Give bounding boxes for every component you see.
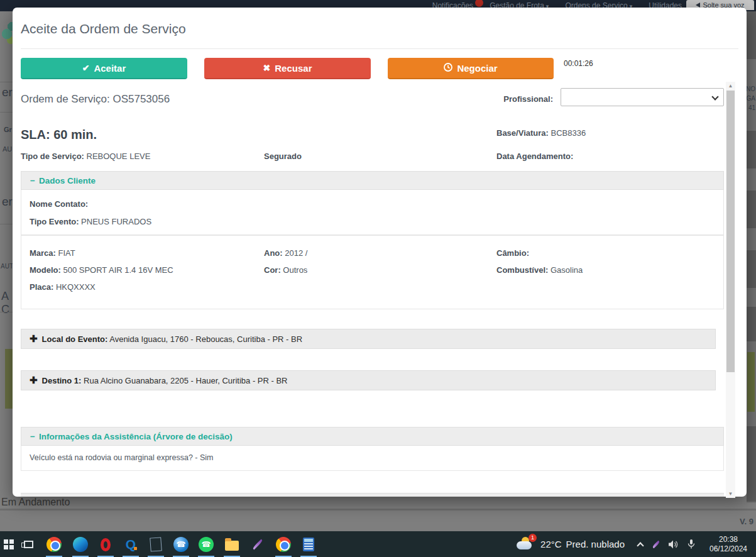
bg-text-fragment: er — [2, 195, 13, 209]
start-button[interactable] — [1, 536, 17, 553]
accept-button-label: Aceitar — [94, 63, 126, 74]
windows-logo-icon — [4, 539, 14, 549]
bg-status-em-andamento: Em Andamento — [1, 497, 70, 508]
client-data-panel-header[interactable]: − Dados Cliente — [21, 171, 724, 190]
expand-plus-icon: ✚ — [30, 333, 38, 345]
task-view-button[interactable] — [20, 536, 36, 553]
collapse-minus-icon: − — [30, 432, 35, 441]
notification-badge — [475, 0, 483, 7]
client-data-header-label: Dados Cliente — [39, 176, 96, 185]
professional-select[interactable] — [561, 88, 724, 106]
event-location-bar[interactable]: ✚ Local do Evento: Avenida Iguacu, 1760 … — [21, 329, 716, 349]
bg-green-button — [5, 349, 13, 409]
scrollbar-thumb[interactable] — [726, 91, 735, 372]
color-line: Cor: Outros — [264, 265, 307, 275]
cloud-icon — [517, 541, 532, 549]
gearbox-line: Câmbio: — [496, 248, 529, 258]
model-line: Modelo: 500 SPORT AIR 1.4 16V MEC — [30, 265, 173, 275]
modal-scrollbar[interactable]: ▲ ▼ — [726, 82, 735, 498]
weather-widget[interactable]: 1 — [515, 536, 535, 553]
tray-time: 20:38 — [706, 535, 751, 544]
company-logo — [1, 19, 13, 45]
base-viatura-line: Base/Viatura: BCB8336 — [496, 128, 586, 138]
app-version-label: V. 9 — [740, 517, 753, 526]
scroll-up-arrow-icon[interactable]: ▲ — [726, 82, 735, 90]
phone-app-icon: ☎ — [173, 537, 189, 552]
tray-date: 06/12/2024 — [706, 544, 751, 554]
calculator-taskbar-button[interactable] — [300, 536, 317, 553]
client-data-panel-body — [21, 190, 724, 235]
background-right-strip: NO GA 41 — [747, 11, 756, 503]
check-icon: ✔ — [82, 63, 90, 73]
modal-title: Aceite da Ordem de Serviço — [21, 21, 186, 36]
whatsapp-icon: ☎ — [199, 537, 214, 552]
service-type-line: Tipo de Serviço: REBOQUE LEVE — [21, 152, 150, 161]
chrome-taskbar-button[interactable] — [46, 536, 62, 553]
scroll-down-arrow-icon[interactable]: ▼ — [726, 490, 735, 498]
edge-icon — [73, 537, 88, 552]
megaphone-icon — [696, 3, 700, 8]
chevron-down-icon — [711, 93, 718, 100]
file-explorer-taskbar-button[interactable] — [224, 536, 240, 553]
schedule-date-line: Data Agendamento: — [496, 152, 573, 161]
task-view-icon — [24, 541, 33, 548]
decision-tree-question: Veículo está na rodovia ou marginal expr… — [30, 453, 214, 462]
opera-icon — [101, 538, 111, 551]
phone-app-taskbar-button[interactable]: ☎ — [173, 536, 189, 553]
plate-line: Placa: HKQXXXX — [30, 282, 96, 292]
bg-text-fragment: 41 — [748, 104, 755, 111]
edge-taskbar-button[interactable] — [72, 536, 89, 553]
background-left-strip: er Gr AU er AUT A C — [0, 11, 13, 503]
professional-label: Profissional: — [427, 94, 553, 104]
next-panel-sliver — [21, 493, 724, 497]
weather-condition[interactable]: Pred. nublado — [566, 539, 625, 549]
destination-bar[interactable]: ✚ Destino 1: Rua Alcino Guanabara, 2205 … — [21, 370, 716, 390]
sla-label: SLA: 60 min. — [21, 128, 97, 142]
brand-line: Marca: FIAT — [30, 248, 75, 258]
collapse-minus-icon: − — [30, 176, 35, 185]
bg-text-fragment: NO — [746, 85, 755, 92]
bg-text-fragment: er — [2, 85, 13, 99]
chrome-icon — [276, 537, 291, 552]
bg-green-button — [747, 352, 755, 412]
screen: Notificações Gestão de Frota▾ Ordens de … — [0, 0, 756, 557]
assistance-info-panel-header[interactable]: − Informações da Assistência (Árvore de … — [21, 427, 724, 446]
modal-title-divider — [21, 48, 738, 49]
negotiate-button-label: Negociar — [457, 63, 497, 74]
folder-icon — [225, 541, 239, 551]
q-app-taskbar-button[interactable]: Q — [123, 536, 139, 553]
bg-footer: V. 9 — [0, 510, 756, 531]
opera-taskbar-button[interactable] — [97, 536, 114, 553]
quill-icon — [253, 539, 263, 550]
windows-taskbar: Q ☎ ☎ 1 22°C Pred. nublado — [0, 531, 756, 557]
notepad-taskbar-button[interactable] — [148, 536, 164, 553]
system-tray: 1 22°C Pred. nublado 20:38 06/12/2024 — [515, 531, 756, 557]
speaker-icon[interactable] — [669, 540, 679, 549]
service-order-accept-modal: Aceite da Ordem de Serviço ✔ Aceitar ✖ R… — [13, 8, 747, 497]
whatsapp-taskbar-button[interactable]: ☎ — [198, 536, 214, 553]
chrome-icon — [47, 537, 62, 552]
destination-text: Destino 1: Rua Alcino Guanabara, 2205 - … — [42, 376, 288, 385]
insured-label: Segurado — [264, 152, 302, 161]
notepad-icon — [150, 537, 162, 551]
weather-temperature[interactable]: 22°C — [540, 539, 562, 549]
fuel-line: Combustível: Gasolina — [496, 265, 583, 275]
show-hidden-icons-chevron[interactable] — [637, 542, 644, 549]
accept-button[interactable]: ✔ Aceitar — [21, 58, 187, 79]
microphone-icon[interactable] — [688, 539, 695, 549]
quill-tray-icon[interactable] — [652, 543, 660, 546]
refuse-button[interactable]: ✖ Recusar — [204, 58, 371, 79]
clock-widget[interactable]: 20:38 06/12/2024 — [706, 535, 751, 554]
bg-text-fragment: AU — [3, 145, 12, 153]
calculator-icon — [303, 538, 314, 551]
x-icon: ✖ — [263, 63, 271, 73]
event-type-line: Tipo Evento: PNEUS FURADOS — [30, 217, 151, 226]
order-number-title: Ordem de Serviço: OS5753056 — [21, 93, 170, 106]
bg-text-fragment: AUT — [1, 263, 13, 270]
quill-app-taskbar-button[interactable] — [249, 536, 266, 553]
year-line: Ano: 2012 / — [264, 248, 307, 258]
chrome2-taskbar-button[interactable] — [275, 536, 292, 553]
contact-name-line: Nome Contato: — [30, 199, 88, 209]
negotiate-button[interactable]: Negociar — [388, 58, 554, 79]
assistance-header-label: Informações da Assistência (Árvore de de… — [39, 432, 233, 441]
